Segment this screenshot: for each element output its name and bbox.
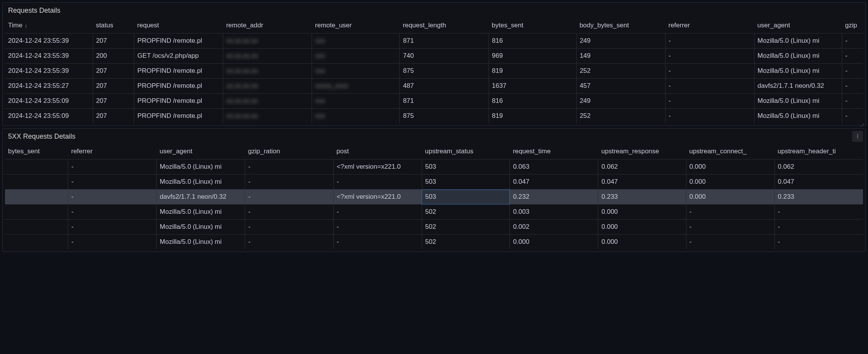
cell-status[interactable]: 207 [93, 64, 134, 79]
cell-time[interactable]: 2024-12-24 23:55:39 [5, 49, 93, 64]
cell-post[interactable]: - [334, 205, 422, 220]
cell-bytes-sent[interactable] [5, 190, 68, 205]
cell-post[interactable]: - [334, 220, 422, 235]
table-row[interactable]: 2024-12-24 23:55:09207PROPFIND /remote.p… [5, 94, 863, 109]
cell-user-agent[interactable]: davfs2/1.7.1 neon/0.32 [754, 79, 842, 94]
cell-upstream-status[interactable]: 502 [422, 235, 509, 250]
cell-time[interactable]: 2024-12-24 23:55:39 [5, 34, 93, 49]
cell-bytes-sent[interactable]: 819 [489, 64, 576, 79]
col-upstream-header[interactable]: upstream_header_ti [775, 144, 863, 159]
cell-upstream-status[interactable]: 502 [422, 205, 509, 220]
col-upstream-response[interactable]: upstream_response [598, 144, 686, 159]
table-row[interactable]: 2024-12-24 23:55:09207PROPFIND /remote.p… [5, 109, 863, 124]
table-row[interactable]: -Mozilla/5.0 (Linux) mi--5030.0470.0470.… [5, 174, 863, 190]
col-referrer[interactable]: referrer [68, 144, 157, 159]
table-row[interactable]: 2024-12-24 23:55:39207PROPFIND /remote.p… [5, 64, 863, 79]
cell-request[interactable]: PROPFIND /remote.pl [134, 79, 223, 94]
cell-upstream-status[interactable]: 503 [422, 190, 509, 205]
cell-body-bytes-sent[interactable]: 249 [576, 94, 665, 109]
cell-gzip-ration[interactable]: - [245, 220, 334, 235]
cell-body-bytes-sent[interactable]: 252 [576, 109, 665, 124]
cell-referrer[interactable]: - [665, 49, 754, 64]
col-upstream-status[interactable]: upstream_status [422, 144, 509, 159]
cell-body-bytes-sent[interactable]: 249 [576, 34, 665, 49]
cell-referrer[interactable]: - [665, 79, 754, 94]
cell-referrer[interactable]: - [68, 235, 157, 250]
cell-request[interactable]: GET /ocs/v2.php/app [134, 49, 223, 64]
cell-remote-addr[interactable]: xx.xx.xx.xx [223, 109, 312, 124]
col-referrer[interactable]: referrer [665, 18, 754, 34]
col-gzip[interactable]: gzip [842, 18, 863, 34]
cell-bytes-sent[interactable] [5, 220, 68, 235]
panel-title[interactable]: Requests Details [3, 3, 865, 18]
cell-gzip-ration[interactable]: - [245, 190, 334, 205]
cell-body-bytes-sent[interactable]: 149 [576, 49, 665, 64]
cell-remote-user[interactable]: xxx [312, 34, 400, 49]
cell-request-length[interactable]: 740 [400, 49, 489, 64]
col-upstream-connect[interactable]: upstream_connect_ [686, 144, 775, 159]
cell-upstream-response[interactable]: 0.000 [598, 235, 686, 250]
cell-referrer[interactable]: - [68, 159, 157, 174]
cell-request[interactable]: PROPFIND /remote.pl [134, 109, 223, 124]
cell-user-agent[interactable]: Mozilla/5.0 (Linux) mi [754, 34, 842, 49]
cell-upstream-connect[interactable]: - [686, 220, 775, 235]
panel-menu-button[interactable] [852, 131, 863, 142]
cell-request-time[interactable]: 0.003 [510, 205, 598, 220]
cell-status[interactable]: 207 [93, 94, 134, 109]
cell-referrer[interactable]: - [665, 94, 754, 109]
col-bytes-sent[interactable]: bytes_sent [489, 18, 576, 34]
col-request-length[interactable]: request_length [400, 18, 489, 34]
cell-request-length[interactable]: 875 [400, 64, 489, 79]
cell-user-agent[interactable]: Mozilla/5.0 (Linux) mi [157, 205, 245, 220]
cell-post[interactable]: <?xml version=x221.0 [334, 190, 422, 205]
cell-gzip[interactable]: - [842, 34, 863, 49]
table-row[interactable]: -Mozilla/5.0 (Linux) mi--5020.0030.000-- [5, 205, 863, 220]
col-gzip-ration[interactable]: gzip_ration [245, 144, 334, 159]
table-row[interactable]: -Mozilla/5.0 (Linux) mi--5020.0020.000-- [5, 220, 863, 235]
cell-remote-addr[interactable]: xx.xx.xx.xx [223, 79, 312, 94]
cell-remote-addr[interactable]: xx.xx.xx.xx [223, 94, 312, 109]
cell-upstream-header[interactable]: - [775, 205, 863, 220]
cell-bytes-sent[interactable]: 819 [489, 109, 576, 124]
cell-remote-user[interactable]: xxx [312, 94, 400, 109]
cell-gzip-ration[interactable]: - [245, 159, 334, 174]
cell-referrer[interactable]: - [68, 220, 157, 235]
cell-user-agent[interactable]: Mozilla/5.0 (Linux) mi [157, 220, 245, 235]
cell-status[interactable]: 207 [93, 109, 134, 124]
cell-request[interactable]: PROPFIND /remote.pl [134, 64, 223, 79]
cell-gzip-ration[interactable]: - [245, 174, 334, 190]
cell-upstream-connect[interactable]: 0.000 [686, 174, 775, 190]
cell-request-time[interactable]: 0.047 [510, 174, 598, 190]
cell-upstream-connect[interactable]: 0.000 [686, 190, 775, 205]
cell-upstream-status[interactable]: 503 [422, 159, 509, 174]
cell-user-agent[interactable]: Mozilla/5.0 (Linux) mi [754, 64, 842, 79]
cell-post[interactable]: <?xml version=x221.0 [334, 159, 422, 174]
cell-time[interactable]: 2024-12-24 23:55:27 [5, 79, 93, 94]
cell-bytes-sent[interactable] [5, 205, 68, 220]
col-request-time[interactable]: request_time [510, 144, 598, 159]
cell-remote-addr[interactable]: xx.xx.xx.xx [223, 49, 312, 64]
cell-upstream-response[interactable]: 0.047 [598, 174, 686, 190]
cell-gzip[interactable]: - [842, 64, 863, 79]
cell-request-length[interactable]: 871 [400, 34, 489, 49]
cell-request-time[interactable]: 0.000 [510, 235, 598, 250]
cell-upstream-response[interactable]: 0.000 [598, 205, 686, 220]
cell-request-time[interactable]: 0.002 [510, 220, 598, 235]
cell-body-bytes-sent[interactable]: 457 [576, 79, 665, 94]
cell-upstream-header[interactable]: 0.062 [775, 159, 863, 174]
cell-request[interactable]: PROPFIND /remote.pl [134, 34, 223, 49]
table-row[interactable]: -Mozilla/5.0 (Linux) mi-<?xml version=x2… [5, 159, 863, 174]
col-user-agent[interactable]: user_agent [157, 144, 245, 159]
cell-bytes-sent[interactable]: 969 [489, 49, 576, 64]
col-time[interactable]: Time↓ [5, 18, 93, 34]
col-status[interactable]: status [93, 18, 134, 34]
cell-request[interactable]: PROPFIND /remote.pl [134, 94, 223, 109]
cell-remote-addr[interactable]: xx.xx.xx.xx [223, 64, 312, 79]
cell-upstream-status[interactable]: 502 [422, 220, 509, 235]
cell-remote-user[interactable]: xxx [312, 109, 400, 124]
cell-bytes-sent[interactable] [5, 159, 68, 174]
col-remote-addr[interactable]: remote_addr [223, 18, 312, 34]
cell-body-bytes-sent[interactable]: 252 [576, 64, 665, 79]
table-row[interactable]: -davfs2/1.7.1 neon/0.32-<?xml version=x2… [5, 190, 863, 205]
cell-user-agent[interactable]: Mozilla/5.0 (Linux) mi [754, 94, 842, 109]
